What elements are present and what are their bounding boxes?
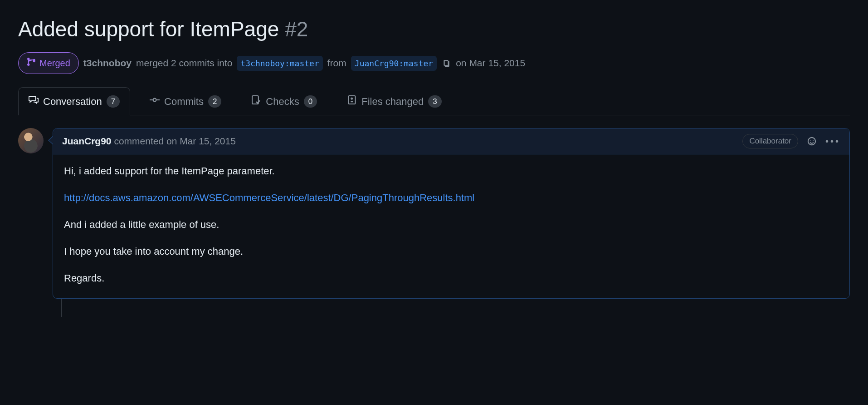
copy-icon[interactable] (441, 58, 451, 68)
kebab-icon[interactable]: ••• (825, 134, 840, 148)
file-diff-icon (347, 94, 357, 109)
pr-title: Added support for ItemPage #2 (18, 14, 850, 45)
comment-body: Hi, i added support for the ItemPage par… (53, 154, 849, 298)
from-word: from (327, 56, 346, 70)
tab-commits-count: 2 (208, 95, 221, 108)
checklist-icon (251, 94, 261, 109)
svg-point-1 (27, 64, 29, 66)
state-badge-merged: Merged (18, 52, 79, 74)
merge-date: on Mar 15, 2015 (456, 56, 525, 70)
svg-point-12 (810, 140, 811, 141)
base-branch[interactable]: t3chnoboy:master (237, 56, 322, 71)
svg-point-13 (813, 140, 814, 141)
comment-date[interactable]: on Mar 15, 2015 (166, 136, 236, 146)
comment-paragraph: Regards. (64, 271, 839, 286)
comment-paragraph: Hi, i added support for the ItemPage par… (64, 163, 839, 178)
tabnav: Conversation 7 Commits 2 Checks 0 Files … (18, 87, 850, 115)
tab-checks-label: Checks (266, 94, 299, 109)
state-badge-label: Merged (39, 56, 70, 70)
tab-files-label: Files changed (361, 94, 424, 109)
comment-header-right: Collaborator ••• (742, 134, 840, 148)
pr-title-text: Added support for ItemPage (18, 17, 279, 41)
avatar[interactable] (18, 128, 44, 153)
svg-point-0 (27, 58, 29, 60)
tab-files[interactable]: Files changed 3 (336, 87, 452, 115)
comment-paragraph: And i added a little example of use. (64, 217, 839, 232)
tab-conversation-label: Conversation (43, 94, 102, 109)
tab-checks-count: 0 (304, 95, 317, 108)
pr-number: #2 (285, 17, 308, 41)
role-badge: Collaborator (742, 134, 798, 148)
svg-point-2 (33, 59, 35, 61)
merge-actor[interactable]: t3chnoboy (83, 56, 132, 70)
tab-conversation-count: 7 (107, 95, 120, 108)
tab-commits[interactable]: Commits 2 (139, 87, 232, 115)
comment-author[interactable]: JuanCrg90 (62, 136, 112, 146)
pr-meta: Merged t3chnoboy merged 2 commits into t… (18, 52, 850, 74)
comment-discussion-icon (29, 94, 39, 109)
merge-action-text: merged 2 commits into (136, 56, 232, 70)
tab-files-count: 3 (428, 95, 441, 108)
svg-point-3 (153, 99, 156, 102)
tab-checks[interactable]: Checks 0 (241, 87, 327, 115)
timeline: JuanCrg90 commented on Mar 15, 2015 Coll… (18, 128, 850, 299)
comment-link[interactable]: http://docs.aws.amazon.com/AWSECommerceS… (64, 192, 474, 203)
git-merge-icon (27, 56, 36, 70)
comment-header: JuanCrg90 commented on Mar 15, 2015 Coll… (53, 128, 849, 154)
timeline-connector (61, 299, 62, 317)
git-commit-icon (150, 94, 160, 109)
smiley-icon[interactable] (806, 136, 817, 147)
comment-paragraph: I hope you take into account my change. (64, 244, 839, 259)
comment-header-left: JuanCrg90 commented on Mar 15, 2015 (62, 134, 236, 148)
tab-conversation[interactable]: Conversation 7 (18, 87, 130, 115)
tab-commits-label: Commits (164, 94, 204, 109)
comment-box: JuanCrg90 commented on Mar 15, 2015 Coll… (53, 128, 850, 299)
head-branch[interactable]: JuanCrg90:master (351, 56, 437, 71)
comment-verb: commented (114, 136, 164, 146)
